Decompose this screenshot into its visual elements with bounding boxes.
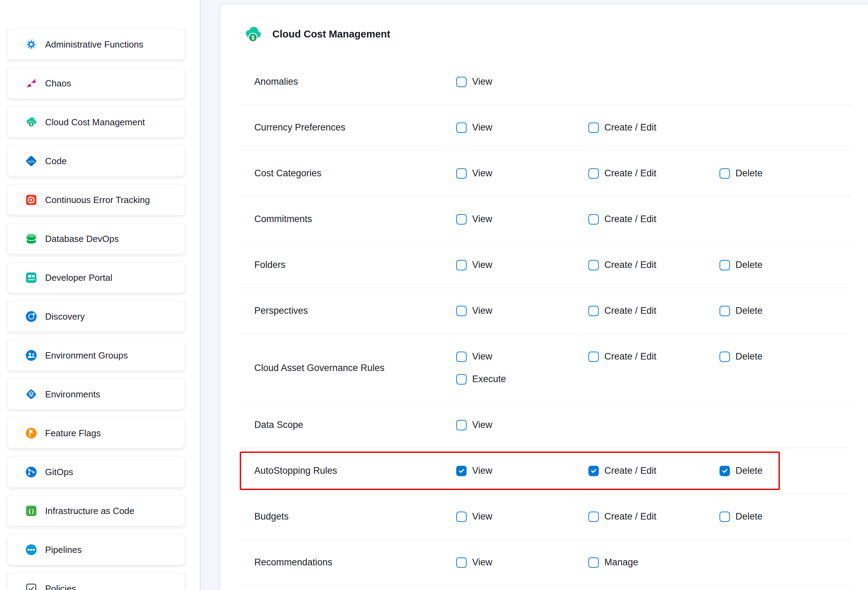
sidebar-item-administrative-functions[interactable]: Administrative Functions bbox=[7, 29, 185, 60]
sidebar-item-label: Database DevOps bbox=[45, 234, 119, 244]
budgets-view-checkbox[interactable] bbox=[456, 512, 466, 522]
sidebar-item-label: Pipelines bbox=[45, 544, 82, 555]
permission-label: Create / Edit bbox=[604, 260, 656, 271]
sidebar-item-environment-groups[interactable]: Environment Groups bbox=[7, 340, 185, 371]
code-icon: </> bbox=[25, 155, 37, 167]
permission-label: Create / Edit bbox=[604, 351, 656, 362]
commitments-view-checkbox[interactable] bbox=[456, 214, 466, 225]
folders-view-checkbox[interactable] bbox=[456, 260, 466, 271]
permission-create-edit: Create / Edit bbox=[588, 351, 719, 362]
discovery-icon bbox=[25, 310, 37, 323]
iac-icon: { } bbox=[25, 505, 37, 517]
sidebar-item-label: Policies bbox=[45, 583, 76, 590]
sidebar-item-pipelines[interactable]: Pipelines bbox=[7, 534, 185, 565]
target-icon bbox=[25, 194, 37, 206]
permission-category-label: Currency Preferences bbox=[240, 122, 456, 133]
folders-delete-checkbox[interactable] bbox=[719, 260, 730, 271]
sidebar-item-label: Continuous Error Tracking bbox=[45, 195, 150, 206]
sidebar-item-label: Code bbox=[45, 156, 66, 167]
currency-preferences-view-checkbox[interactable] bbox=[456, 123, 466, 133]
sidebar-item-code[interactable]: </>Code bbox=[7, 146, 185, 176]
cost-categories-delete-checkbox[interactable] bbox=[719, 168, 730, 179]
permission-create-edit: Create / Edit bbox=[588, 122, 719, 133]
permission-delete: Delete bbox=[719, 260, 850, 271]
permission-row-perspectives: PerspectivesViewCreate / EditDelete bbox=[240, 288, 850, 334]
budgets-create-edit-checkbox[interactable] bbox=[588, 512, 599, 522]
autostopping-rules-delete-checkbox[interactable] bbox=[719, 466, 730, 476]
permission-options: ViewCreate / Edit bbox=[456, 214, 850, 225]
cloud-asset-governance-rules-delete-checkbox[interactable] bbox=[719, 352, 730, 362]
cloud-asset-governance-rules-view-checkbox[interactable] bbox=[456, 352, 466, 362]
sidebar-item-policies[interactable]: Policies bbox=[7, 573, 185, 590]
cost-categories-create-edit-checkbox[interactable] bbox=[588, 168, 599, 179]
permission-label: View bbox=[472, 122, 492, 133]
app-root: Administrative FunctionsChaos$Cloud Cost… bbox=[0, 0, 868, 590]
sidebar-item-database-devops[interactable]: Database DevOps bbox=[7, 223, 185, 254]
perspectives-view-checkbox[interactable] bbox=[456, 306, 466, 316]
sidebar-item-chaos[interactable]: Chaos bbox=[7, 68, 185, 99]
permission-row-anomalies: AnomaliesView bbox=[240, 59, 850, 105]
folders-create-edit-checkbox[interactable] bbox=[588, 260, 599, 271]
cloud-asset-governance-rules-execute-checkbox[interactable] bbox=[456, 374, 466, 384]
module-sidebar: Administrative FunctionsChaos$Cloud Cost… bbox=[0, 0, 201, 590]
permission-create-edit: Create / Edit bbox=[588, 305, 719, 316]
autostopping-rules-create-edit-checkbox[interactable] bbox=[588, 466, 599, 476]
permission-view: View bbox=[456, 76, 588, 87]
currency-preferences-create-edit-checkbox[interactable] bbox=[588, 123, 599, 133]
sidebar-item-developer-portal[interactable]: Developer Portal bbox=[7, 262, 185, 293]
permission-view: View bbox=[456, 420, 588, 430]
database-icon bbox=[25, 232, 37, 245]
autostopping-rules-view-checkbox[interactable] bbox=[456, 466, 466, 476]
sidebar-item-gitops[interactable]: GitOps bbox=[7, 457, 185, 487]
permission-options: ViewManage bbox=[456, 557, 850, 568]
recommendations-manage-checkbox[interactable] bbox=[588, 557, 599, 568]
permission-row-commitments: CommitmentsViewCreate / Edit bbox=[240, 197, 850, 242]
cloud-asset-governance-rules-create-edit-checkbox[interactable] bbox=[588, 352, 599, 362]
permission-label: View bbox=[472, 557, 492, 568]
permission-label: View bbox=[472, 168, 492, 179]
permission-row-folders: FoldersViewCreate / EditDelete bbox=[240, 242, 850, 288]
sidebar-item-continuous-error-tracking[interactable]: Continuous Error Tracking bbox=[7, 185, 185, 215]
budgets-delete-checkbox[interactable] bbox=[719, 512, 730, 522]
permission-options: ViewCreate / Edit bbox=[456, 122, 850, 133]
permission-category-label: Cloud Asset Governance Rules bbox=[240, 363, 456, 373]
sidebar-item-label: Cloud Cost Management bbox=[45, 117, 145, 128]
permission-create-edit: Create / Edit bbox=[588, 260, 719, 271]
permission-options: View bbox=[456, 420, 850, 430]
gear-icon bbox=[25, 38, 37, 51]
permission-rows: AnomaliesViewCurrency PreferencesViewCre… bbox=[220, 59, 868, 586]
permission-category-label: Folders bbox=[240, 260, 456, 271]
sidebar-item-cloud-cost-management[interactable]: $Cloud Cost Management bbox=[7, 107, 185, 138]
perspectives-create-edit-checkbox[interactable] bbox=[588, 306, 599, 316]
data-scope-view-checkbox[interactable] bbox=[456, 420, 466, 430]
permission-view: View bbox=[456, 305, 588, 316]
sidebar-item-infrastructure-as-code[interactable]: { }Infrastructure as Code bbox=[7, 495, 185, 526]
permission-label: Create / Edit bbox=[604, 305, 656, 316]
sidebar-item-label: Administrative Functions bbox=[45, 39, 143, 50]
permission-label: Delete bbox=[735, 260, 763, 271]
permission-delete: Delete bbox=[719, 305, 850, 316]
cost-categories-view-checkbox[interactable] bbox=[456, 168, 466, 179]
permission-row-currency-preferences: Currency PreferencesViewCreate / Edit bbox=[240, 105, 850, 151]
svg-text:$: $ bbox=[251, 34, 254, 41]
commitments-create-edit-checkbox[interactable] bbox=[588, 214, 599, 225]
perspectives-delete-checkbox[interactable] bbox=[719, 306, 730, 316]
anomalies-view-checkbox[interactable] bbox=[456, 77, 466, 87]
sidebar-item-label: Infrastructure as Code bbox=[45, 506, 134, 516]
permission-label: Delete bbox=[735, 168, 763, 179]
recommendations-view-checkbox[interactable] bbox=[456, 557, 466, 568]
card-header: $ Cloud Cost Management bbox=[220, 4, 868, 59]
sidebar-item-environments[interactable]: Environments bbox=[7, 379, 185, 410]
svg-text:{ }: { } bbox=[29, 509, 34, 514]
permission-label: View bbox=[472, 260, 492, 271]
permission-label: Delete bbox=[735, 466, 763, 476]
permission-label: View bbox=[472, 76, 492, 87]
sidebar-item-discovery[interactable]: Discovery bbox=[7, 301, 185, 332]
permission-view: View bbox=[456, 466, 588, 476]
permission-row-autostopping-rules: AutoStopping RulesViewCreate / EditDelet… bbox=[240, 448, 850, 494]
permission-delete: Delete bbox=[719, 351, 850, 362]
permission-view: View bbox=[456, 214, 588, 225]
permission-label: View bbox=[472, 511, 492, 522]
sidebar-item-feature-flags[interactable]: Feature Flags bbox=[7, 418, 185, 448]
permission-options: ViewCreate / EditDelete bbox=[456, 466, 850, 476]
